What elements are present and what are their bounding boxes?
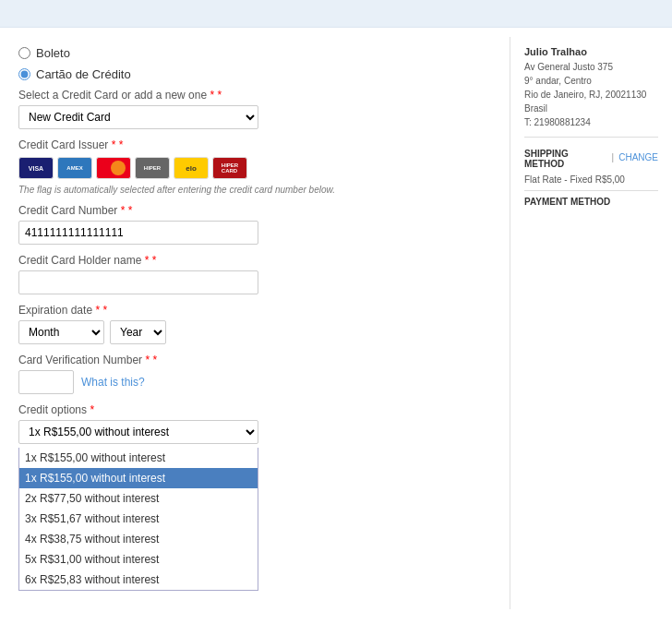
cartao-radio[interactable] <box>18 68 30 80</box>
required-star4: * * <box>145 254 157 267</box>
customer-name: Julio Tralhao <box>524 46 658 57</box>
content-area: Boleto Cartão de Crédito Select a Credit… <box>0 28 672 618</box>
required-star6: * * <box>145 354 157 366</box>
card-icons-row: VISA AMEX HIPER elo HIPERCARD <box>18 157 491 179</box>
expiry-group: Expiration date * * Month January Februa… <box>18 304 491 344</box>
card-holder-group: Credit Card Holder name * * <box>18 254 491 294</box>
credit-options-label: Credit options * <box>18 403 491 416</box>
side-panel: Julio Tralhao Av General Justo 375 9° an… <box>510 37 672 609</box>
cvv-row: What is this? <box>18 370 491 394</box>
cvv-label: Card Verification Number * * <box>18 354 491 366</box>
month-select[interactable]: Month January February March April May J… <box>18 320 104 344</box>
amex-icon: AMEX <box>57 157 92 179</box>
svg-point-1 <box>111 161 126 175</box>
mastercard-icon <box>96 157 131 179</box>
flag-note: The flag is automatically selected after… <box>18 185 491 195</box>
credit-options-select[interactable]: 1x R$155,00 without interest <box>18 420 258 444</box>
main-panel: Boleto Cartão de Crédito Select a Credit… <box>0 37 510 609</box>
customer-address: Av General Justo 375 9° andar, Centro Ri… <box>524 60 658 129</box>
visa-icon: VISA <box>18 157 54 179</box>
credit-options-list: 1x R$155,00 without interest 1x R$155,00… <box>18 448 258 591</box>
boleto-radio[interactable] <box>18 47 30 59</box>
required-star7: * <box>90 403 94 416</box>
credit-option-1[interactable]: 1x R$155,00 without interest <box>19 448 258 468</box>
change-shipping-link[interactable]: CHANGE <box>618 152 658 162</box>
required-star3: * * <box>121 204 133 217</box>
top-bar <box>0 0 672 28</box>
credit-option-6[interactable]: 6x R$25,83 without interest <box>19 570 258 590</box>
side-divider2 <box>524 190 658 191</box>
side-divider1 <box>524 137 658 138</box>
what-is-this-link[interactable]: What is this? <box>81 376 145 389</box>
card-issuer-group: Credit Card Issuer * * VISA AMEX HIPER e… <box>18 138 491 195</box>
hipercard-small-icon: HIPER <box>135 157 170 179</box>
shipping-rate: Flat Rate - Fixed R$5,00 <box>524 174 658 185</box>
card-number-group: Credit Card Number * * <box>18 204 491 245</box>
credit-option-1-selected[interactable]: 1x R$155,00 without interest <box>19 468 258 488</box>
year-select[interactable]: Year 2024 2025 2026 2027 2028 2029 2030 <box>110 320 166 344</box>
shipping-method-title: SHIPPING METHOD <box>524 149 607 169</box>
card-holder-input[interactable] <box>18 270 258 294</box>
credit-option-4[interactable]: 4x R$38,75 without interest <box>19 529 258 549</box>
boleto-label: Boleto <box>36 46 70 60</box>
page-wrapper: Boleto Cartão de Crédito Select a Credit… <box>0 0 672 624</box>
card-number-input[interactable] <box>18 221 258 245</box>
elo-icon: elo <box>174 157 209 179</box>
required-star2: * * <box>112 138 124 151</box>
boleto-option[interactable]: Boleto <box>18 46 491 60</box>
select-card-label: Select a Credit Card or add a new one * … <box>18 89 491 102</box>
cartao-option[interactable]: Cartão de Crédito <box>18 67 491 81</box>
select-card-container: New Credit Card <box>18 105 258 129</box>
card-number-label: Credit Card Number * * <box>18 204 491 217</box>
credit-option-5[interactable]: 5x R$31,00 without interest <box>19 549 258 570</box>
credit-options-group: Credit options * 1x R$155,00 without int… <box>18 403 491 591</box>
payment-method-title: PAYMENT METHOD <box>524 197 658 207</box>
select-card-group: Select a Credit Card or add a new one * … <box>18 89 491 129</box>
credit-option-2[interactable]: 2x R$77,50 without interest <box>19 488 258 509</box>
required-star5: * * <box>95 304 107 317</box>
credit-options-dropdown-container: 1x R$155,00 without interest <box>18 420 258 444</box>
separator: | <box>612 152 615 162</box>
required-star: * * <box>210 89 222 102</box>
cvv-group: Card Verification Number * * What is thi… <box>18 354 491 394</box>
card-issuer-label: Credit Card Issuer * * <box>18 138 491 151</box>
credit-option-3[interactable]: 3x R$51,67 without interest <box>19 509 258 529</box>
cvv-input[interactable] <box>18 370 74 394</box>
cartao-label: Cartão de Crédito <box>36 67 131 81</box>
card-holder-label: Credit Card Holder name * * <box>18 254 491 267</box>
hipercard-icon: HIPERCARD <box>212 157 247 179</box>
expiry-row: Month January February March April May J… <box>18 320 491 344</box>
expiry-label: Expiration date * * <box>18 304 491 317</box>
select-card-dropdown[interactable]: New Credit Card <box>18 105 258 129</box>
